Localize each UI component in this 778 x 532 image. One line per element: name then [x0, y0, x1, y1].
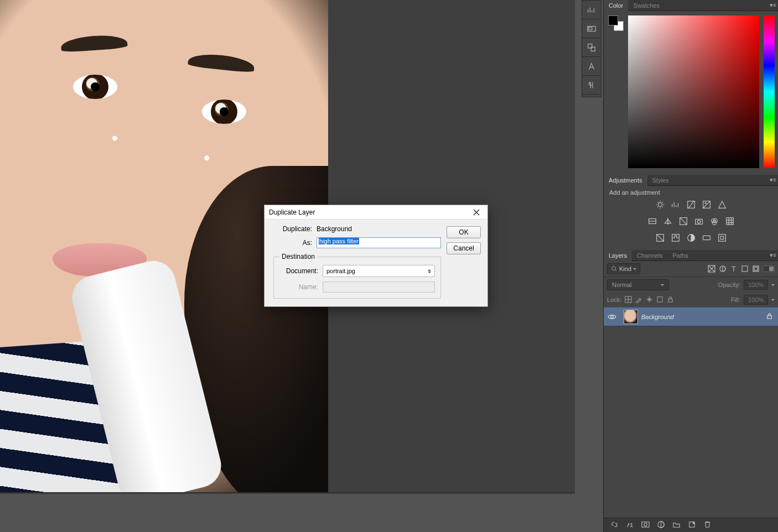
brightness-contrast-icon[interactable] — [655, 200, 665, 211]
color-panel-menu-icon[interactable]: ▾≡ — [768, 2, 778, 9]
layer-thumbnail[interactable] — [624, 310, 638, 324]
invert-icon[interactable] — [655, 233, 665, 244]
filter-shape-icon[interactable] — [740, 264, 749, 273]
duplicate-layer-dialog: Duplicate Layer Duplicate: Background As… — [264, 205, 488, 307]
svg-rect-1 — [589, 27, 592, 30]
tab-adjustments[interactable]: Adjustments — [604, 175, 647, 186]
fill-label: Fill: — [731, 296, 740, 303]
histogram-icon[interactable] — [582, 1, 601, 19]
svg-point-3 — [658, 202, 662, 206]
selective-color-icon[interactable] — [717, 233, 727, 244]
new-group-icon[interactable] — [672, 520, 681, 530]
tab-channels[interactable]: Channels — [632, 250, 667, 261]
tab-styles[interactable]: Styles — [647, 175, 674, 186]
gradient-map-icon[interactable] — [702, 233, 712, 244]
layer-name[interactable]: Background — [641, 314, 674, 320]
document-dropdown[interactable]: portrait.jpg — [323, 265, 435, 277]
filter-pixel-icon[interactable] — [707, 264, 716, 273]
blend-mode-value: Normal — [612, 281, 631, 288]
lock-artboard-icon[interactable] — [656, 296, 663, 304]
as-label: As: — [264, 239, 312, 247]
tab-color[interactable]: Color — [604, 0, 628, 11]
filter-adjustment-icon[interactable] — [718, 264, 727, 273]
lock-transparency-icon[interactable] — [625, 296, 632, 304]
character-icon[interactable] — [582, 57, 601, 76]
svg-rect-27 — [657, 296, 662, 301]
svg-rect-19 — [720, 236, 723, 239]
filter-type-icon[interactable] — [729, 264, 738, 273]
kind-label: Kind — [619, 265, 631, 272]
svg-rect-18 — [718, 234, 725, 242]
lock-all-icon[interactable] — [667, 296, 674, 304]
blend-mode-dropdown[interactable]: Normal — [607, 279, 669, 290]
color-lookup-icon[interactable] — [725, 216, 735, 227]
visibility-toggle[interactable] — [604, 314, 620, 320]
lock-position-icon[interactable] — [646, 296, 653, 304]
layer-fx-icon[interactable] — [626, 520, 634, 530]
paragraph-icon[interactable] — [582, 76, 601, 95]
svg-point-32 — [644, 523, 647, 526]
delete-layer-icon[interactable] — [703, 520, 712, 530]
fill-field[interactable]: 100% — [744, 295, 768, 305]
svg-rect-17 — [703, 236, 710, 239]
foreground-background-swatches[interactable] — [608, 15, 624, 31]
filter-toggle[interactable] — [763, 265, 775, 272]
layer-filter-kind[interactable]: Kind — [607, 263, 640, 274]
curves-icon[interactable] — [686, 200, 696, 211]
hue-saturation-icon[interactable] — [647, 216, 657, 227]
tab-swatches[interactable]: Swatches — [628, 0, 665, 11]
svg-rect-23 — [742, 266, 748, 272]
adjustments-panel-tabs: Adjustments Styles ▾≡ — [604, 175, 778, 186]
layers-footer — [604, 518, 778, 532]
tab-layers[interactable]: Layers — [604, 250, 632, 261]
color-field[interactable] — [628, 15, 759, 168]
ok-button[interactable]: OK — [447, 226, 481, 238]
lock-icon — [766, 312, 772, 321]
layer-list[interactable]: Background — [604, 307, 778, 512]
svg-point-9 — [697, 220, 700, 223]
duplicate-value: Background — [317, 225, 352, 233]
destination-group: Destination Document: portrait.jpg Name: — [273, 253, 441, 299]
exposure-icon[interactable] — [702, 200, 712, 211]
layers-panel-menu-icon[interactable]: ▾≡ — [768, 252, 778, 259]
threshold-icon[interactable] — [686, 233, 696, 244]
svg-rect-30 — [767, 316, 771, 319]
as-input[interactable]: high pass filter — [317, 237, 441, 248]
layers-panel-tabs: Layers Channels Paths ▾≡ — [604, 250, 778, 261]
duplicate-label: Duplicate: — [264, 225, 312, 233]
layer-row[interactable]: Background — [604, 307, 778, 326]
new-layer-icon[interactable] — [688, 520, 696, 530]
name-input — [323, 281, 435, 293]
lock-pixels-icon[interactable] — [635, 296, 642, 304]
name-label: Name: — [279, 283, 318, 291]
hue-slider[interactable] — [764, 15, 775, 168]
photo-filter-icon[interactable] — [694, 216, 704, 227]
layers-panel: Kind Normal Opacity: 100% Lock: — [604, 261, 778, 512]
black-white-icon[interactable] — [678, 216, 688, 227]
lock-label: Lock: — [607, 296, 621, 303]
color-balance-icon[interactable] — [663, 216, 673, 227]
color-panel-tabs: Color Swatches ▾≡ — [604, 0, 778, 11]
layer-mask-icon[interactable] — [641, 520, 650, 530]
adjustments-panel-menu-icon[interactable]: ▾≡ — [768, 176, 778, 184]
close-icon[interactable] — [470, 207, 483, 218]
cancel-button[interactable]: Cancel — [447, 242, 481, 254]
posterize-icon[interactable] — [671, 233, 681, 244]
new-adjustment-layer-icon[interactable] — [657, 520, 665, 530]
foreground-swatch[interactable] — [608, 15, 618, 25]
shapes-icon[interactable] — [582, 38, 601, 57]
link-layers-icon[interactable] — [610, 520, 619, 530]
svg-point-29 — [611, 315, 613, 317]
vibrance-icon[interactable] — [717, 200, 727, 211]
navigator-icon[interactable] — [582, 19, 601, 38]
svg-rect-2 — [588, 44, 592, 48]
opacity-label: Opacity: — [718, 281, 740, 288]
svg-point-20 — [612, 267, 616, 270]
filter-smartobject-icon[interactable] — [751, 264, 760, 273]
channel-mixer-icon[interactable] — [709, 216, 719, 227]
levels-icon[interactable] — [671, 200, 681, 211]
color-panel — [604, 11, 778, 175]
opacity-field[interactable]: 100% — [744, 280, 768, 290]
tab-paths[interactable]: Paths — [668, 250, 693, 261]
document-label: Document: — [279, 267, 318, 275]
